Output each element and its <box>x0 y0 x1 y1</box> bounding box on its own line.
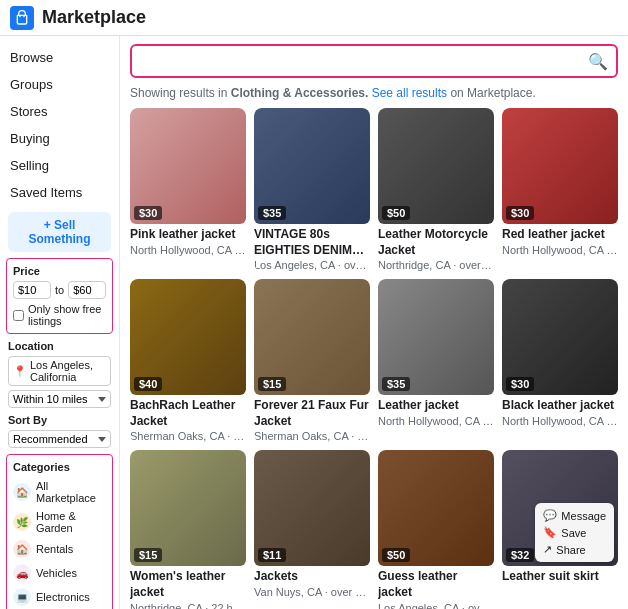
product-card-4[interactable]: $40 BachRach Leather Jacket Sherman Oaks… <box>130 279 246 442</box>
category-all-marketplace-label: All Marketplace <box>36 480 106 504</box>
product-card-2[interactable]: $50 Leather Motorcycle Jacket Northridge… <box>378 108 494 271</box>
price-badge-6: $35 <box>382 377 410 391</box>
app-title: Marketplace <box>42 7 146 28</box>
overlay-share-action[interactable]: ↗ Share <box>543 541 606 558</box>
product-card-8[interactable]: $15 Women's leather jacket Northridge, C… <box>130 450 246 609</box>
product-card-1[interactable]: $35 VINTAGE 80s EIGHTIES DENIM BLUE LEAT… <box>254 108 370 271</box>
price-badge-2: $50 <box>382 206 410 220</box>
product-location-1: Los Angeles, CA · over a wee... <box>254 259 370 271</box>
product-image-1: $35 <box>254 108 370 224</box>
product-name-3: Red leather jacket <box>502 227 618 243</box>
search-icon: 🔍 <box>588 53 608 70</box>
location-filter-section: Location 📍 Los Angeles, California Withi… <box>8 340 111 408</box>
sidebar-nav-buying[interactable]: Buying <box>0 125 119 152</box>
product-location-6: North Hollywood, CA · over a... <box>378 415 494 427</box>
category-home-garden[interactable]: 🌿 Home & Garden <box>13 507 106 537</box>
message-icon: 💬 <box>543 509 557 522</box>
categories-label: Categories <box>13 461 106 473</box>
distance-select[interactable]: Within 10 miles <box>8 390 111 408</box>
product-image-5: $15 <box>254 279 370 395</box>
price-label: Price <box>13 265 106 277</box>
product-name-11: Leather suit skirt <box>502 569 618 585</box>
price-separator: to <box>55 284 64 296</box>
sidebar-nav-stores[interactable]: Stores <box>0 98 119 125</box>
price-badge-3: $30 <box>506 206 534 220</box>
category-electronics[interactable]: 💻 Electronics <box>13 585 106 609</box>
price-badge-11: $32 <box>506 548 534 562</box>
product-image-7: $30 <box>502 279 618 395</box>
location-label: Location <box>8 340 111 352</box>
price-badge-1: $35 <box>258 206 286 220</box>
category-all-marketplace[interactable]: 🏠 All Marketplace <box>13 477 106 507</box>
search-container: leather jacket 🔍 <box>130 44 618 78</box>
location-input-box[interactable]: 📍 Los Angeles, California <box>8 356 111 386</box>
product-card-10[interactable]: $50 Guess leather jacket Los Angeles, CA… <box>378 450 494 609</box>
product-card-3[interactable]: $30 Red leather jacket North Hollywood, … <box>502 108 618 271</box>
product-name-10: Guess leather jacket <box>378 569 494 600</box>
see-all-results-link[interactable]: See all results <box>372 86 447 100</box>
sidebar-nav-groups[interactable]: Groups <box>0 71 119 98</box>
product-image-0: $30 <box>130 108 246 224</box>
free-listings-checkbox-row[interactable]: Only show free listings <box>13 303 106 327</box>
product-grid: $30 Pink leather jacket North Hollywood,… <box>130 108 618 609</box>
product-image-9: $11 <box>254 450 370 566</box>
marketplace-icon <box>10 6 34 30</box>
product-card-11[interactable]: $32 💬 Message 🔖 Save ↗ Share <box>502 450 618 609</box>
product-card-6[interactable]: $35 Leather jacket North Hollywood, CA ·… <box>378 279 494 442</box>
product-name-8: Women's leather jacket <box>130 569 246 600</box>
product-name-0: Pink leather jacket <box>130 227 246 243</box>
product-name-5: Forever 21 Faux Fur Jacket <box>254 398 370 429</box>
sidebar-nav-selling[interactable]: Selling <box>0 152 119 179</box>
product-image-2: $50 <box>378 108 494 224</box>
product-image-3: $30 <box>502 108 618 224</box>
sell-something-button[interactable]: + Sell Something <box>8 212 111 252</box>
location-icon: 📍 <box>13 365 27 378</box>
results-prefix: Showing results in <box>130 86 227 100</box>
product-location-3: North Hollywood, CA · over a... <box>502 244 618 256</box>
sort-select[interactable]: Recommended <box>8 430 111 448</box>
free-listings-checkbox[interactable] <box>13 310 24 321</box>
sort-label: Sort By <box>8 414 111 426</box>
category-vehicles[interactable]: 🚗 Vehicles <box>13 561 106 585</box>
price-filter-section: Price to Only show free listings <box>6 258 113 334</box>
location-value: Los Angeles, California <box>30 359 106 383</box>
product-name-7: Black leather jacket <box>502 398 618 414</box>
product-location-10: Los Angeles, CA · over a week... <box>378 602 494 609</box>
search-input[interactable]: leather jacket <box>132 46 616 76</box>
overlay-message-action[interactable]: 💬 Message <box>543 507 606 524</box>
product-card-0[interactable]: $30 Pink leather jacket North Hollywood,… <box>130 108 246 271</box>
card-overlay-actions: 💬 Message 🔖 Save ↗ Share <box>535 503 614 562</box>
product-name-1: VINTAGE 80s EIGHTIES DENIM BLUE LEATHER.… <box>254 227 370 258</box>
sidebar: Browse Groups Stores Buying Selling Save… <box>0 36 120 609</box>
all-marketplace-icon: 🏠 <box>13 483 31 501</box>
results-suffix: on Marketplace. <box>450 86 535 100</box>
sidebar-nav-saved[interactable]: Saved Items <box>0 179 119 206</box>
product-card-7[interactable]: $30 Black leather jacket North Hollywood… <box>502 279 618 442</box>
categories-section: Categories 🏠 All Marketplace 🌿 Home & Ga… <box>6 454 113 609</box>
product-card-5[interactable]: $15 Forever 21 Faux Fur Jacket Sherman O… <box>254 279 370 442</box>
product-name-4: BachRach Leather Jacket <box>130 398 246 429</box>
price-from-input[interactable] <box>13 281 51 299</box>
price-badge-10: $50 <box>382 548 410 562</box>
product-card-9[interactable]: $11 Jackets Van Nuys, CA · over a week a… <box>254 450 370 609</box>
price-badge-4: $40 <box>134 377 162 391</box>
product-location-4: Sherman Oaks, CA · over a w... <box>130 430 246 442</box>
rentals-icon: 🏠 <box>13 540 31 558</box>
product-name-9: Jackets <box>254 569 370 585</box>
price-to-input[interactable] <box>68 281 106 299</box>
results-info: Showing results in Clothing & Accessorie… <box>130 86 618 100</box>
product-image-10: $50 <box>378 450 494 566</box>
price-badge-0: $30 <box>134 206 162 220</box>
save-icon: 🔖 <box>543 526 557 539</box>
product-image-8: $15 <box>130 450 246 566</box>
product-image-4: $40 <box>130 279 246 395</box>
sidebar-nav-browse[interactable]: Browse <box>0 44 119 71</box>
content-area: leather jacket 🔍 Showing results in Clot… <box>120 36 628 609</box>
free-listings-label: Only show free listings <box>28 303 106 327</box>
vehicles-icon: 🚗 <box>13 564 31 582</box>
overlay-save-action[interactable]: 🔖 Save <box>543 524 606 541</box>
search-button[interactable]: 🔍 <box>588 52 608 71</box>
share-icon: ↗ <box>543 543 552 556</box>
product-name-6: Leather jacket <box>378 398 494 414</box>
category-rentals[interactable]: 🏠 Rentals <box>13 537 106 561</box>
